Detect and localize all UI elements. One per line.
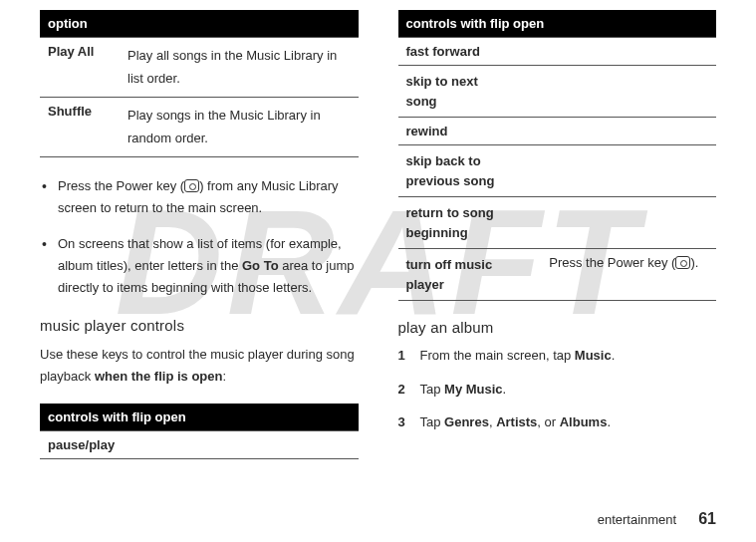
- step-post: .: [607, 414, 611, 429]
- step-pre: From the main screen, tap: [420, 348, 575, 363]
- control-key: fast forward: [398, 38, 542, 66]
- control-key-line1: skip back to: [406, 153, 481, 168]
- page-footer: entertainment 61: [598, 510, 716, 528]
- option-desc: Play songs in the Music Library in rando…: [120, 97, 359, 156]
- control-key: pause/play: [40, 431, 183, 459]
- control-key-line2: song: [406, 94, 437, 109]
- control-key: return to song beginning: [398, 197, 542, 249]
- controls-table-left: controls with flip open pause/play: [40, 404, 359, 459]
- footer-section: entertainment: [598, 512, 677, 527]
- goto-label: Go To: [242, 258, 279, 273]
- table-row: Shuffle Play songs in the Music Library …: [40, 97, 359, 156]
- control-desc: [541, 38, 716, 66]
- step-pre: Tap: [420, 414, 445, 429]
- table-row: fast forward: [398, 38, 717, 66]
- step-pre: Tap: [420, 382, 445, 397]
- footer-page-number: 61: [698, 510, 716, 528]
- control-key-line1: turn off music: [406, 257, 493, 272]
- step-number: 1: [398, 346, 420, 366]
- control-desc: [541, 118, 716, 145]
- table-row: return to song beginning: [398, 197, 717, 249]
- controls-header: controls with flip open: [40, 404, 359, 431]
- step-post: .: [503, 382, 507, 397]
- step-number: 3: [398, 412, 420, 432]
- list-item: On screens that show a list of items (fo…: [58, 233, 359, 299]
- option-key: Play All: [40, 38, 120, 98]
- option-desc: Play all songs in the Music Library in l…: [120, 38, 359, 98]
- right-column: controls with flip open fast forward ski…: [398, 10, 717, 477]
- control-key-line1: return to song: [406, 205, 494, 220]
- list-item: 1 From the main screen, tap Music.: [398, 346, 717, 366]
- step-bold: Genres: [444, 414, 489, 429]
- table-row: rewind: [398, 118, 717, 145]
- step-sep: , or: [537, 414, 559, 429]
- bullet-list: Press the Power key () from any Music Li…: [40, 175, 359, 299]
- option-table: option Play All Play all songs in the Mu…: [40, 10, 359, 157]
- step-bold: Albums: [560, 414, 608, 429]
- step-post: .: [612, 348, 616, 363]
- control-desc-pre: Press the Power key (: [549, 255, 675, 270]
- control-desc: [541, 145, 716, 197]
- steps-list: 1 From the main screen, tap Music. 2 Tap…: [398, 346, 717, 432]
- step-bold: My Music: [444, 382, 503, 397]
- intro-paragraph: Use these keys to control the music play…: [40, 344, 359, 388]
- control-key: rewind: [398, 118, 542, 145]
- step-text: From the main screen, tap Music.: [420, 346, 616, 366]
- table-row: skip back to previous song: [398, 145, 717, 197]
- step-text: Tap Genres, Artists, or Albums.: [420, 412, 612, 432]
- section-heading-music-controls: music player controls: [40, 317, 359, 334]
- table-row: skip to next song: [398, 66, 717, 118]
- option-key: Shuffle: [40, 97, 120, 156]
- step-bold: Artists: [496, 414, 537, 429]
- control-desc: [183, 431, 359, 459]
- power-key-icon: [675, 256, 690, 269]
- step-number: 2: [398, 380, 420, 400]
- control-key-line2: player: [406, 277, 444, 292]
- control-key: skip back to previous song: [398, 145, 542, 197]
- controls-table-right: controls with flip open fast forward ski…: [398, 10, 717, 301]
- control-desc: [541, 66, 716, 118]
- intro-post: :: [222, 369, 226, 384]
- controls-header: controls with flip open: [398, 10, 717, 38]
- left-column: option Play All Play all songs in the Mu…: [40, 10, 359, 477]
- intro-bold: when the flip is open: [95, 369, 223, 384]
- list-item: 3 Tap Genres, Artists, or Albums.: [398, 412, 717, 432]
- power-key-icon: [184, 179, 199, 192]
- option-table-header: option: [40, 10, 359, 38]
- control-key-line1: skip to next: [406, 74, 478, 89]
- list-item: Press the Power key () from any Music Li…: [58, 175, 359, 219]
- bullet-text-pre: Press the Power key (: [58, 178, 184, 193]
- step-text: Tap My Music.: [420, 380, 507, 400]
- control-key-line2: beginning: [406, 225, 468, 240]
- table-row: Play All Play all songs in the Music Lib…: [40, 38, 359, 98]
- list-item: 2 Tap My Music.: [398, 380, 717, 400]
- table-row: turn off music player Press the Power ke…: [398, 249, 717, 301]
- page-body: option Play All Play all songs in the Mu…: [0, 0, 756, 487]
- control-desc: Press the Power key ().: [541, 249, 716, 301]
- step-bold: Music: [575, 348, 612, 363]
- control-desc-post: ).: [690, 255, 698, 270]
- control-key: skip to next song: [398, 66, 542, 118]
- table-row: pause/play: [40, 431, 359, 459]
- section-heading-play-album: play an album: [398, 319, 717, 336]
- control-key-line2: previous song: [406, 173, 495, 188]
- control-key: turn off music player: [398, 249, 542, 301]
- control-desc: [541, 197, 716, 249]
